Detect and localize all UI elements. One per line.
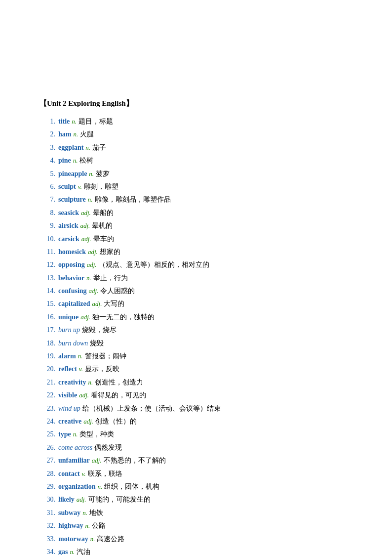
item-word: unique (58, 312, 78, 323)
item-number: 12. (39, 259, 55, 270)
item-pos: n. (72, 117, 77, 127)
item-definition: 雕像，雕刻品，雕塑作品 (95, 194, 171, 205)
list-item: 27.unfamiliaradj.不熟悉的，不了解的 (39, 455, 353, 466)
item-word: contact (58, 469, 80, 479)
item-word: title (58, 116, 70, 127)
item-word: subway (58, 508, 80, 518)
item-pos: n. (73, 129, 78, 140)
item-pos: adj. (79, 390, 89, 401)
list-item: 3.eggplantn.茄子 (39, 142, 353, 153)
item-word: pineapple (58, 169, 87, 179)
item-number: 15. (39, 299, 55, 309)
item-pos: n. (89, 169, 94, 179)
item-pos: v. (82, 469, 86, 479)
item-definition: 不熟悉的，不了解的 (104, 455, 166, 466)
item-number: 2. (39, 129, 55, 140)
item-definition: 晕船的 (93, 208, 114, 218)
item-definition: 创造（性）的 (95, 416, 137, 427)
item-number: 11. (39, 247, 55, 257)
item-pos: adj. (89, 286, 99, 297)
list-item: 29.organizationn.组织，团体，机构 (39, 481, 353, 492)
item-definition: 独一无二的，独特的 (92, 312, 155, 323)
list-item: 16.uniqueadj.独一无二的，独特的 (39, 312, 353, 323)
item-number: 8. (39, 208, 55, 218)
item-word: burn up (58, 325, 80, 336)
item-definition: 警报器；闹钟 (85, 351, 126, 362)
item-number: 13. (39, 273, 55, 284)
item-pos: adj. (81, 208, 91, 218)
item-word: likely (58, 494, 75, 505)
item-number: 18. (39, 338, 55, 349)
list-item: 34.gasn.汽油 (39, 547, 353, 555)
item-word: motorway (58, 534, 88, 545)
list-item: 30.likelyadj.可能的，可能发生的 (39, 494, 353, 505)
item-number: 27. (39, 455, 55, 466)
list-item: 23.wind up给（机械）上发条；使（活动、会议等）结束 (39, 403, 353, 414)
item-number: 28. (39, 469, 55, 479)
list-item: 13.behaviorn.举止，行为 (39, 273, 353, 284)
item-word: gas (58, 547, 68, 555)
list-item: 28.contactv.联系，联络 (39, 469, 353, 479)
item-definition: 雕刻，雕塑 (84, 181, 118, 192)
item-number: 29. (39, 481, 55, 492)
item-pos: adj. (88, 247, 98, 257)
item-number: 26. (39, 442, 55, 453)
list-item: 4.pinen.松树 (39, 155, 353, 166)
item-definition: 联系，联络 (88, 469, 122, 479)
list-item: 12.opposingadj.（观点、意见等）相反的，相对立的 (39, 259, 353, 270)
list-item: 25.typen.类型，种类 (39, 429, 353, 440)
item-pos: adj. (80, 312, 90, 323)
list-item: 6.sculptv.雕刻，雕塑 (39, 181, 353, 192)
item-pos: n. (70, 547, 75, 555)
item-number: 6. (39, 181, 55, 192)
item-definition: 汽油 (77, 547, 90, 555)
list-item: 9.airsickadj.晕机的 (39, 220, 353, 231)
item-number: 9. (39, 220, 55, 231)
item-number: 21. (39, 377, 55, 388)
item-definition: 令人困惑的 (100, 286, 135, 297)
item-definition: 大写的 (104, 299, 124, 309)
item-pos: n. (97, 482, 102, 492)
item-pos: adj. (87, 260, 97, 270)
item-word: creativity (58, 377, 86, 388)
list-item: 20.reflectv.显示，反映 (39, 364, 353, 375)
item-word: reflect (58, 364, 77, 375)
item-number: 1. (39, 116, 55, 127)
item-number: 34. (39, 547, 55, 555)
item-word: come across (58, 442, 92, 453)
item-definition: （观点、意见等）相反的，相对立的 (99, 259, 209, 270)
item-pos: n. (88, 378, 93, 388)
item-definition: 举止，行为 (93, 273, 128, 284)
item-pos: adj. (83, 417, 93, 427)
item-pos: n. (85, 143, 90, 153)
list-item: 14.confusingadj.令人困惑的 (39, 286, 353, 297)
item-definition: 菠萝 (96, 169, 110, 179)
list-item: 19.alarmn.警报器；闹钟 (39, 351, 353, 362)
item-number: 31. (39, 508, 55, 518)
item-definition: 想家的 (100, 247, 120, 257)
item-definition: 火腿 (80, 129, 94, 140)
item-definition: 偶然发现 (94, 442, 122, 453)
item-number: 16. (39, 312, 55, 323)
item-number: 3. (39, 142, 55, 153)
item-definition: 茄子 (92, 142, 106, 153)
item-pos: n. (73, 429, 78, 440)
item-number: 5. (39, 169, 55, 179)
item-pos: n. (78, 351, 83, 362)
item-pos: adj. (77, 495, 86, 505)
list-item: 33.motorwayn.高速公路 (39, 534, 353, 545)
item-word: homesick (58, 247, 86, 257)
item-word: pine (58, 155, 71, 166)
item-pos: adj. (92, 456, 102, 466)
item-definition: 松树 (79, 155, 93, 166)
item-pos: n. (73, 156, 78, 166)
item-number: 23. (39, 403, 55, 414)
item-word: sculpt (58, 181, 76, 192)
list-item: 24.creativeadj.创造（性）的 (39, 416, 353, 427)
item-pos: n. (86, 273, 91, 284)
item-definition: 显示，反映 (85, 364, 119, 375)
item-word: creative (58, 416, 81, 427)
item-number: 14. (39, 286, 55, 297)
item-pos: n. (85, 521, 90, 531)
item-number: 32. (39, 520, 55, 531)
